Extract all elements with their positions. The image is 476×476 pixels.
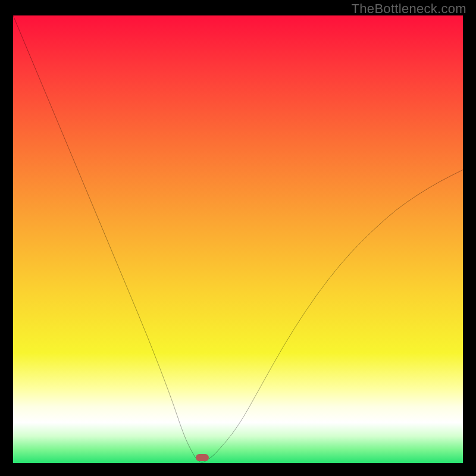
- min-marker-icon: [196, 454, 209, 461]
- curve-layer: [13, 15, 463, 463]
- chart-frame: TheBottleneck.com: [0, 0, 476, 476]
- bottleneck-curve: [13, 15, 463, 462]
- plot-area: [13, 15, 463, 463]
- watermark-text: TheBottleneck.com: [352, 1, 466, 17]
